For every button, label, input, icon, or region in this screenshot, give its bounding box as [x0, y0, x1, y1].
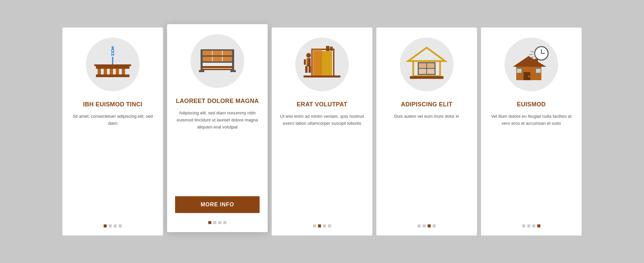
svg-rect-14 — [201, 66, 234, 68]
svg-rect-36 — [307, 58, 308, 65]
svg-rect-21 — [203, 51, 212, 55]
dot — [323, 224, 326, 227]
dot — [109, 224, 112, 227]
svg-rect-33 — [330, 47, 333, 51]
svg-rect-31 — [312, 49, 322, 76]
card-5-body: Vel illum dolore eu feugiat nulla facili… — [489, 113, 574, 216]
card-4-dots — [418, 224, 436, 227]
svg-rect-0 — [96, 66, 129, 69]
card-1-dots — [104, 224, 122, 227]
card-2-icon-circle — [191, 34, 244, 88]
svg-rect-15 — [201, 69, 234, 70]
dot-active — [537, 224, 540, 227]
dot — [418, 224, 421, 227]
scaffold-icon — [196, 43, 239, 80]
svg-rect-16 — [201, 49, 203, 69]
svg-rect-63 — [517, 69, 522, 73]
dot — [433, 224, 436, 227]
svg-rect-50 — [419, 69, 426, 74]
svg-rect-49 — [427, 63, 435, 68]
dot — [119, 224, 122, 227]
svg-rect-20 — [201, 61, 234, 63]
card-5-icon-circle — [504, 38, 558, 91]
card-3: ERAT VOLUTPAT Ut wisi enim ad minim veni… — [272, 28, 372, 235]
svg-rect-24 — [203, 57, 212, 61]
svg-rect-37 — [305, 66, 308, 73]
svg-rect-48 — [419, 63, 426, 68]
more-info-button[interactable]: MORE INFO — [175, 196, 260, 213]
card-1: IBH EUISMOD TINCI Sit amet, consectetuer… — [62, 28, 163, 235]
dot — [527, 224, 530, 227]
svg-rect-52 — [410, 76, 443, 79]
card-5-title: EUISMOD — [517, 101, 546, 108]
svg-rect-32 — [326, 46, 329, 51]
svg-rect-11 — [112, 50, 113, 51]
card-3-dots — [313, 224, 331, 227]
dot — [328, 224, 331, 227]
house-frame-icon — [405, 46, 448, 83]
svg-rect-18 — [201, 49, 234, 51]
svg-rect-26 — [223, 57, 232, 61]
svg-marker-9 — [111, 46, 114, 48]
dot-active — [318, 224, 321, 227]
card-1-body: Sit amet, consectetuer adipiscing elit, … — [70, 113, 155, 216]
card-3-body: Ut wisi enim ad minim veniam, quis nostr… — [280, 113, 364, 216]
svg-rect-7 — [94, 64, 131, 66]
card-3-icon-circle — [295, 38, 349, 91]
svg-rect-64 — [536, 69, 541, 73]
dot — [223, 221, 226, 224]
dot-active — [104, 224, 107, 227]
dot — [522, 224, 525, 227]
card-4-title: ADIPISCING ELIT — [401, 101, 452, 108]
card-3-title: ERAT VOLUTPAT — [297, 101, 347, 108]
svg-rect-28 — [230, 70, 236, 72]
svg-rect-27 — [199, 70, 204, 72]
dot-active — [208, 221, 211, 224]
svg-point-34 — [306, 53, 311, 58]
dot — [213, 221, 216, 224]
card-4-icon-circle — [400, 38, 453, 91]
svg-rect-5 — [116, 69, 119, 74]
dot-active — [428, 224, 431, 227]
card-2-body: Adipiscing elit, sed diam nonummy nibh e… — [175, 110, 260, 190]
dot — [218, 221, 221, 224]
dot — [313, 224, 316, 227]
card-2: LAOREET DOLORE MAGNA Adipiscing elit, se… — [167, 24, 268, 232]
svg-rect-13 — [112, 55, 113, 57]
card-2-dots — [208, 221, 226, 224]
svg-rect-3 — [104, 69, 107, 74]
card-2-title: LAOREET DOLORE MAGNA — [176, 97, 259, 105]
svg-rect-4 — [110, 69, 113, 74]
dot — [423, 224, 426, 227]
svg-rect-1 — [96, 74, 129, 77]
svg-rect-38 — [309, 66, 311, 73]
svg-rect-22 — [213, 51, 222, 55]
svg-rect-17 — [232, 49, 234, 69]
card-4: ADIPISCING ELIT Duis autem vel eum iriur… — [376, 28, 477, 235]
svg-rect-19 — [201, 55, 234, 57]
card-5-dots — [522, 224, 540, 227]
card-1-icon-circle — [86, 38, 140, 91]
svg-rect-23 — [223, 51, 232, 55]
svg-rect-6 — [122, 69, 125, 74]
svg-rect-51 — [427, 69, 435, 74]
svg-rect-2 — [98, 69, 101, 74]
svg-point-65 — [528, 76, 530, 77]
card-1-title: IBH EUISMOD TINCI — [83, 101, 142, 108]
svg-marker-41 — [408, 48, 445, 61]
svg-line-57 — [530, 51, 534, 52]
svg-rect-66 — [535, 59, 538, 65]
svg-rect-25 — [213, 57, 222, 61]
house-clock-icon — [509, 46, 553, 83]
card-4-body: Duis autem vel eum iriure dolor in — [394, 113, 459, 216]
svg-rect-40 — [304, 75, 340, 77]
dot — [532, 224, 535, 227]
building-pin-icon — [93, 46, 133, 83]
worker-door-icon — [302, 46, 342, 83]
dot — [114, 224, 117, 227]
svg-rect-10 — [111, 49, 114, 56]
svg-rect-12 — [112, 53, 113, 54]
cards-container: IBH EUISMOD TINCI Sit amet, consectetuer… — [62, 28, 582, 235]
card-5: EUISMOD Vel illum dolore eu feugiat null… — [481, 28, 582, 235]
svg-line-58 — [529, 54, 533, 55]
